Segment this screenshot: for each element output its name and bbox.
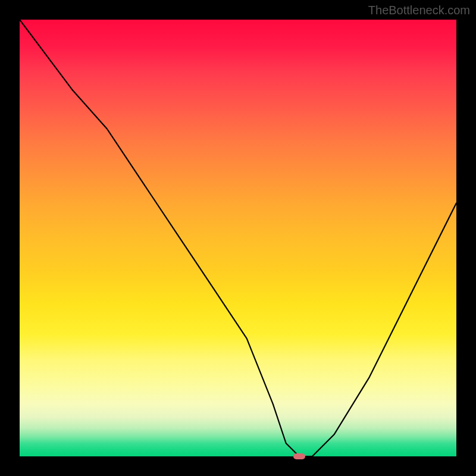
chart-container: TheBottleneck.com: [0, 0, 476, 476]
curve-svg: [20, 20, 456, 456]
watermark-text: TheBottleneck.com: [368, 4, 470, 17]
bottleneck-curve-path: [20, 20, 456, 456]
optimal-point-marker: [293, 453, 305, 459]
